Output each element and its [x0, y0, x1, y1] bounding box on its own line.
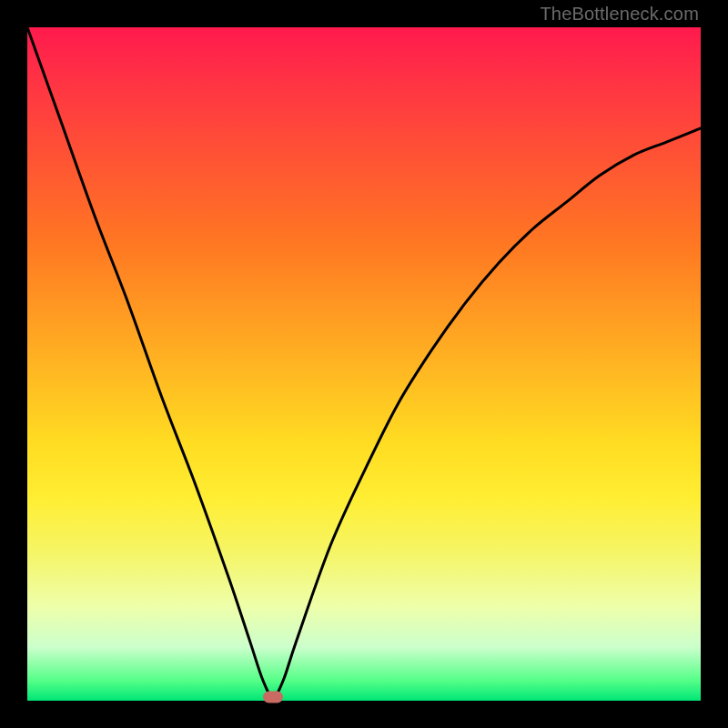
- bottleneck-curve: [27, 27, 701, 697]
- plot-area: [27, 27, 701, 701]
- watermark-text: TheBottleneck.com: [540, 4, 699, 25]
- minimum-marker: [263, 692, 283, 703]
- chart-frame: TheBottleneck.com: [0, 0, 728, 728]
- curve-svg: [27, 27, 701, 701]
